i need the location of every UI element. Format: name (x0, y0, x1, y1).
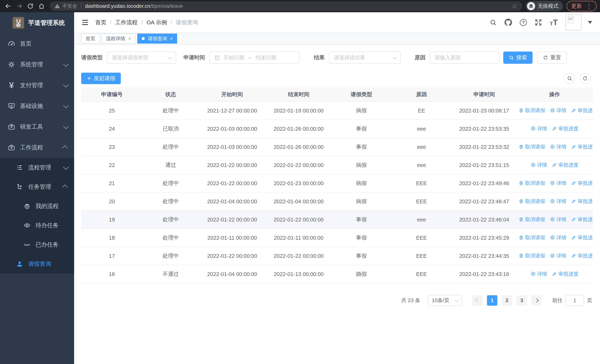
view-icon (531, 126, 536, 131)
github-icon[interactable] (505, 19, 512, 26)
progress-link[interactable]: 审批进度 (571, 180, 593, 187)
sidebar-item-home[interactable]: 首页 (0, 33, 74, 54)
tab-process-detail[interactable]: 流程详情 × (102, 34, 135, 44)
sidebar-item-leave-query[interactable]: 请假查询 (0, 254, 74, 274)
sidebar-item-system[interactable]: 系统管理 (0, 54, 74, 75)
progress-link[interactable]: 审批进度 (571, 252, 593, 259)
detail-link[interactable]: 详情 (550, 107, 566, 114)
cancel-leave-link[interactable]: 取消请假 (519, 180, 545, 187)
progress-link[interactable]: 审批进度 (571, 143, 593, 150)
reset-button[interactable]: 重置 (537, 52, 567, 64)
detail-link[interactable]: 详情 (550, 198, 566, 205)
progress-link[interactable]: 审批进度 (552, 125, 579, 132)
help-icon[interactable]: ? (520, 19, 527, 26)
cancel-leave-link[interactable]: 取消请假 (519, 143, 545, 150)
monitor-icon (7, 102, 16, 110)
refresh-icon (543, 55, 548, 60)
actions-cell: 取消请假详情审批进度 (516, 138, 593, 156)
close-icon[interactable]: × (170, 36, 173, 42)
sidebar-item-todo-tasks[interactable]: 待办任务 (0, 216, 74, 235)
sidebar-item-devtools[interactable]: 研发工具 (0, 116, 74, 137)
create-leave-button[interactable]: 发起请假 (81, 73, 121, 84)
browser-menu-icon[interactable]: ⋮ (586, 3, 592, 9)
update-label[interactable]: 更新 (571, 2, 582, 10)
tab-leave-query[interactable]: 请假查询 × (137, 34, 177, 44)
page-button-2[interactable]: 2 (502, 295, 512, 306)
refresh-table-button[interactable] (580, 73, 591, 84)
back-icon[interactable] (3, 1, 13, 11)
view-icon (550, 180, 555, 186)
address-bar[interactable]: 不安全 dashboard.yudao.iocoder.cn /bpm/oa/l… (50, 1, 522, 11)
leave-type-select[interactable]: 请选择请假类型 (107, 52, 176, 64)
table-row: 21处理中2022-01-22 00:00:002022-01-23 00:00… (81, 174, 593, 192)
cancel-leave-link[interactable]: 取消请假 (519, 216, 545, 223)
cancel-leave-link[interactable]: 取消请假 (519, 252, 545, 259)
page-button-3[interactable]: 3 (517, 295, 527, 306)
table-cell: 2022-01-03 00:00:00 (199, 120, 265, 138)
font-size-icon[interactable]: TT (550, 19, 558, 26)
home-icon[interactable] (37, 1, 46, 11)
breadcrumb-item[interactable]: OA 示例 (147, 19, 167, 26)
trash-icon (519, 235, 524, 240)
table-cell: 处理中 (142, 247, 199, 265)
reload-icon[interactable] (26, 1, 35, 11)
progress-link[interactable]: 审批进度 (571, 234, 593, 241)
search-button[interactable]: 搜索 (503, 52, 533, 64)
sidebar-item-done-tasks[interactable]: 已办任务 (0, 235, 74, 254)
table-cell: 通过 (142, 156, 199, 174)
reason-input[interactable]: 请输入原因 (430, 52, 500, 64)
sidebar-item-my-process[interactable]: 我的流程 (0, 196, 74, 216)
collapse-sidebar-icon[interactable] (81, 19, 89, 26)
detail-link[interactable]: 详情 (550, 180, 566, 187)
fullscreen-icon[interactable] (534, 19, 542, 26)
update-menu[interactable]: 更新 ⋮ (567, 1, 597, 11)
sidebar-item-infra[interactable]: 基础设施 (0, 96, 74, 116)
sidebar-item-payment[interactable]: ¥ 支付管理 (0, 75, 74, 96)
detail-link[interactable]: 详情 (550, 234, 566, 241)
detail-link[interactable]: 详情 (550, 252, 566, 259)
tab-home[interactable]: 首页 (81, 34, 100, 44)
table-cell: 事假 (332, 211, 391, 229)
apply-time-range-picker[interactable]: 开始日期 - 结束日期 (209, 52, 300, 64)
progress-link[interactable]: 审批进度 (552, 271, 579, 277)
sidebar-item-label: 研发工具 (20, 123, 43, 131)
forward-icon[interactable] (14, 1, 24, 11)
next-page-button[interactable] (531, 295, 542, 306)
search-icon[interactable] (489, 19, 497, 26)
sidebar-item-workflow[interactable]: 工作流程 (0, 137, 74, 158)
breadcrumb-item[interactable]: 工作流程 (115, 19, 138, 26)
detail-link[interactable]: 详情 (531, 271, 547, 277)
sidebar-item-task-mgmt[interactable]: 任务管理 (0, 177, 74, 196)
table-cell: 已取消 (142, 120, 199, 138)
result-select[interactable]: 请选择流结果 (329, 52, 401, 64)
detail-link[interactable]: 详情 (550, 216, 566, 223)
table-cell: EEE (391, 265, 452, 283)
sidebar-item-process-mgmt[interactable]: 流程管理 (0, 158, 74, 177)
goto-page-input[interactable] (565, 295, 584, 306)
page-button-1[interactable]: 1 (487, 295, 497, 306)
flow-icon (16, 183, 24, 191)
apply-time-label: 申请时间 (183, 54, 205, 61)
detail-link[interactable]: 详情 (531, 162, 547, 168)
progress-link[interactable]: 审批进度 (552, 162, 579, 168)
progress-link[interactable]: 审批进度 (571, 216, 593, 223)
avatar[interactable] (565, 14, 581, 30)
close-icon[interactable]: × (128, 36, 131, 42)
bookmark-star-icon[interactable]: ☆ (512, 2, 517, 10)
pen-icon (571, 217, 576, 222)
prev-page-button[interactable] (472, 295, 483, 306)
cancel-leave-link[interactable]: 取消请假 (519, 107, 545, 114)
detail-link[interactable]: 详情 (531, 125, 547, 132)
sidebar-item-label: 首页 (20, 40, 31, 48)
cancel-leave-link[interactable]: 取消请假 (519, 234, 545, 241)
breadcrumb-item[interactable]: 首页 (95, 19, 106, 26)
progress-link[interactable]: 审批进度 (571, 107, 593, 114)
avatar-dropdown-caret-icon[interactable] (588, 21, 592, 24)
detail-link[interactable]: 详情 (550, 143, 566, 150)
page-size-select[interactable]: 10条/页 (428, 295, 462, 306)
table-row: 22通过2022-01-22 00:00:002022-01-22 00:00:… (81, 156, 593, 174)
progress-link[interactable]: 审批进度 (571, 198, 593, 205)
table-body: 25处理中2021-12-27 00:00:002022-01-19 00:00… (81, 102, 593, 283)
cancel-leave-link[interactable]: 取消请假 (519, 198, 545, 205)
show-search-button[interactable] (564, 73, 575, 84)
